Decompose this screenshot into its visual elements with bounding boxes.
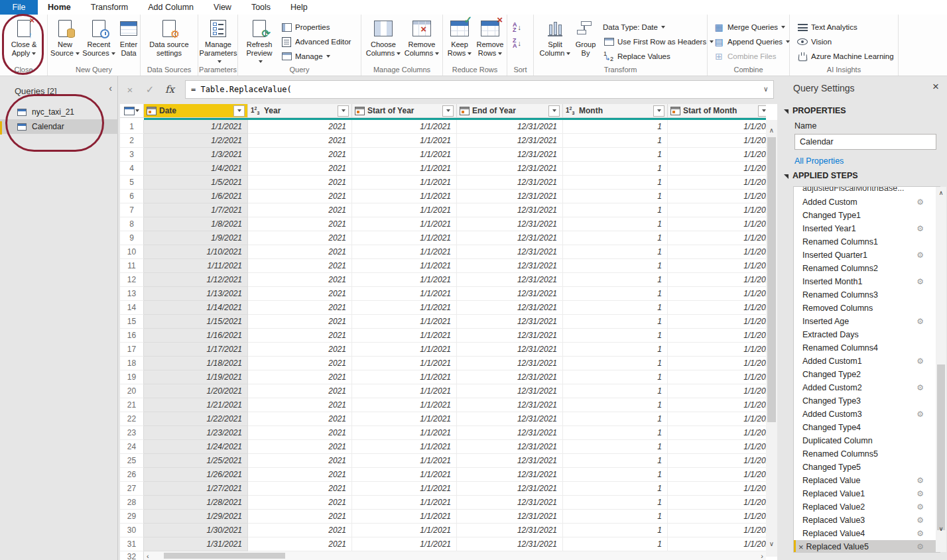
applied-step[interactable]: Extracted Days: [794, 328, 940, 341]
table-cell[interactable]: 12/31/2021: [457, 468, 563, 482]
table-cell[interactable]: 2021: [248, 273, 352, 287]
table-cell[interactable]: 1/1/2021: [668, 176, 766, 190]
table-cell[interactable]: 1: [563, 120, 668, 134]
step-settings-gear-icon[interactable]: ⚙: [916, 410, 924, 419]
table-cell[interactable]: 12/31/2021: [457, 287, 563, 301]
steps-scroll-thumb[interactable]: [937, 364, 945, 530]
table-cell[interactable]: 1/1/2021: [352, 245, 457, 259]
query-item-nyc-taxi-21[interactable]: nyc_taxi_21: [0, 105, 118, 119]
vertical-scroll-thumb[interactable]: [767, 137, 776, 422]
row-number[interactable]: 9: [120, 231, 144, 245]
table-cell[interactable]: 12/31/2021: [457, 440, 563, 454]
table-cell[interactable]: 1/17/2021: [144, 343, 248, 357]
table-cell[interactable]: 1/1/2021: [352, 134, 457, 148]
filter-dropdown-button[interactable]: [653, 105, 664, 117]
table-cell[interactable]: 2021: [248, 384, 352, 398]
table-cell[interactable]: 1/1/2021: [668, 482, 766, 496]
query-name-input[interactable]: Calendar: [794, 134, 936, 150]
table-cell[interactable]: 12/31/2021: [457, 162, 563, 176]
table-cell[interactable]: 2021: [248, 496, 352, 510]
enter-data-button[interactable]: EnterData: [118, 18, 139, 57]
table-cell[interactable]: 12/31/2021: [457, 176, 563, 190]
column-header-month[interactable]: 123Month: [563, 104, 668, 118]
table-cell[interactable]: 1: [563, 329, 668, 343]
applied-step[interactable]: Changed Type5: [794, 461, 940, 474]
filter-dropdown-button[interactable]: [758, 105, 766, 117]
vertical-scrollbar[interactable]: ∧ ∨: [766, 120, 777, 557]
properties-section-header[interactable]: PROPERTIES: [784, 106, 846, 115]
applied-step[interactable]: Added Custom2⚙: [794, 381, 940, 394]
table-cell[interactable]: 1/1/2021: [668, 468, 766, 482]
row-number[interactable]: 21: [120, 398, 144, 412]
applied-step[interactable]: Changed Type2: [794, 368, 940, 381]
step-settings-gear-icon[interactable]: ⚙: [916, 383, 924, 392]
sort-descending-button[interactable]: ZA↓: [513, 37, 521, 49]
table-cell[interactable]: 12/31/2021: [457, 329, 563, 343]
table-cell[interactable]: 2021: [248, 245, 352, 259]
applied-step[interactable]: Inserted Year1⚙: [794, 222, 940, 235]
combine-files-button[interactable]: ⊞Combine Files: [713, 49, 790, 64]
data-type-button[interactable]: Data Type: Date: [603, 20, 714, 34]
table-cell[interactable]: 1: [563, 426, 668, 440]
table-cell[interactable]: 2021: [248, 176, 352, 190]
table-cell[interactable]: 2021: [248, 537, 352, 551]
table-cell[interactable]: 1: [563, 440, 668, 454]
table-cell[interactable]: 1: [563, 162, 668, 176]
step-settings-gear-icon[interactable]: ⚙: [916, 502, 924, 512]
table-cell[interactable]: 12/31/2021: [457, 134, 563, 148]
table-cell[interactable]: 1/1/2021: [352, 203, 457, 217]
column-header-date[interactable]: Date: [144, 104, 248, 118]
table-cell[interactable]: 1/1/2021: [352, 524, 457, 537]
menu-tab-home[interactable]: Home: [38, 0, 81, 15]
applied-step[interactable]: Replaced Value⚙: [794, 474, 940, 487]
table-cell[interactable]: 1: [563, 482, 668, 496]
split-column-button[interactable]: SplitColumn: [539, 18, 571, 57]
step-settings-gear-icon[interactable]: ⚙: [916, 224, 924, 233]
table-cell[interactable]: 1/22/2021: [144, 412, 248, 426]
table-cell[interactable]: 1/1/2021: [352, 343, 457, 357]
applied-step[interactable]: Added Custom⚙: [794, 196, 940, 209]
row-number[interactable]: 26: [120, 468, 144, 482]
table-cell[interactable]: 2021: [248, 329, 352, 343]
table-cell[interactable]: 1/1/2021: [668, 496, 766, 510]
advanced-editor-button[interactable]: Advanced Editor: [281, 34, 351, 49]
select-all-corner-button[interactable]: [120, 104, 144, 118]
row-number[interactable]: 18: [120, 357, 144, 370]
step-settings-gear-icon[interactable]: ⚙: [916, 317, 924, 326]
table-cell[interactable]: 1: [563, 510, 668, 524]
applied-step[interactable]: adjustedFiscalMonthBase...: [794, 187, 940, 196]
applied-step[interactable]: Changed Type4: [794, 421, 940, 434]
table-cell[interactable]: 1/25/2021: [144, 454, 248, 468]
table-cell[interactable]: 1/1/2021: [352, 148, 457, 162]
table-cell[interactable]: 1/11/2021: [144, 259, 248, 273]
vision-button[interactable]: Vision: [796, 34, 894, 49]
table-cell[interactable]: 2021: [248, 148, 352, 162]
table-cell[interactable]: 1/1/2021: [668, 384, 766, 398]
use-first-row-as-headers-button[interactable]: Use First Row as Headers: [603, 34, 714, 49]
keep-rows-button[interactable]: ✓ KeepRows: [446, 18, 474, 57]
table-cell[interactable]: 1/1/2021: [668, 398, 766, 412]
table-cell[interactable]: 12/31/2021: [457, 370, 563, 384]
table-cell[interactable]: 1/10/2021: [144, 245, 248, 259]
row-number[interactable]: 27: [120, 482, 144, 496]
table-cell[interactable]: 1/1/2021: [352, 301, 457, 315]
row-number[interactable]: 8: [120, 217, 144, 231]
row-number[interactable]: 5: [120, 176, 144, 190]
table-cell[interactable]: 1/1/2021: [668, 537, 766, 551]
manage-button[interactable]: Manage: [281, 49, 351, 64]
step-settings-gear-icon[interactable]: ⚙: [916, 357, 924, 366]
column-header-start-of-month[interactable]: Start of Month: [668, 104, 766, 118]
applied-step[interactable]: Duplicated Column: [794, 434, 940, 447]
table-cell[interactable]: 12/31/2021: [457, 482, 563, 496]
row-number[interactable]: 16: [120, 329, 144, 343]
table-cell[interactable]: 2021: [248, 357, 352, 370]
table-cell[interactable]: 2021: [248, 287, 352, 301]
table-cell[interactable]: 1/1/2021: [668, 510, 766, 524]
table-cell[interactable]: 1/1/2021: [668, 190, 766, 203]
table-cell[interactable]: 1: [563, 398, 668, 412]
replace-values-button[interactable]: 1↳2Replace Values: [603, 49, 714, 64]
table-cell[interactable]: 2021: [248, 370, 352, 384]
commit-formula-icon[interactable]: ✓: [140, 84, 160, 95]
row-number[interactable]: 24: [120, 440, 144, 454]
table-cell[interactable]: 1/21/2021: [144, 398, 248, 412]
